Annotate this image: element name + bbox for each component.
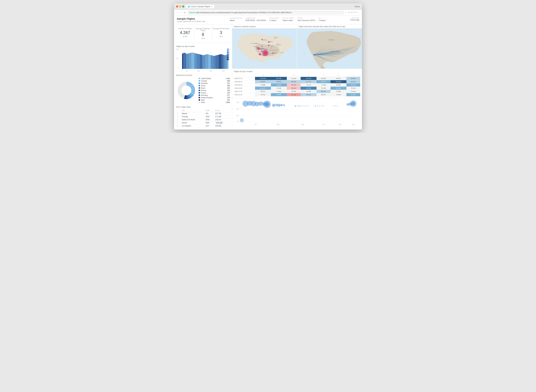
bubble-jul-5: [259, 102, 263, 106]
bubble-aug-3: [278, 104, 281, 107]
dashboard: Sample Flights Sample dashboard for US f…: [174, 16, 362, 130]
cell-sep-5: 75.881: [331, 83, 347, 87]
airport-innsbruck: [263, 55, 264, 56]
maximize-button[interactable]: [182, 5, 184, 8]
heatmap-row-dec: 2016-12-01 70.761 91.666 61.708 85.241 6…: [234, 93, 360, 96]
airport-brussels: [254, 46, 255, 47]
minimize-button[interactable]: [179, 5, 181, 8]
svg-rect-23: [213, 56, 215, 69]
cell-oct-7: 70.794: [317, 87, 330, 90]
x-label-sep: Sep: [301, 124, 304, 125]
forward-button[interactable]: ›: [180, 11, 182, 14]
heatmap-section: Flights by day of week 4 2 6 3 7 5: [232, 69, 362, 98]
svg-rect-7: [192, 52, 193, 69]
code-4: DEN: [205, 121, 214, 124]
maps-row: Airports in selected countries Germany P…: [232, 24, 362, 69]
map-europe-svg: Germany Poland Austria Czech Republic Th…: [232, 28, 297, 69]
berlin-label: Berlin: [270, 41, 273, 42]
close-button[interactable]: [176, 5, 178, 8]
secure-badge: Secure: [189, 12, 195, 14]
vienna-label: Vienna: [274, 52, 278, 54]
heatmap-title: Flights by day of week: [234, 70, 360, 72]
cell-nov-6: 75.943: [287, 90, 301, 93]
cell-sep-1: 93.760: [347, 83, 360, 87]
bookmark-icon[interactable]: ☆: [345, 11, 347, 14]
map-airports: Airports in selected countries Germany P…: [232, 24, 297, 69]
cell-aug-6: 86.155: [287, 80, 301, 83]
legend-item-us: United States 1,46k: [199, 77, 230, 80]
x-label-oct: Oct: [323, 124, 325, 125]
filter-timerange[interactable]: TIMERANGE 01/07/2016 - 31/12/2016: [245, 17, 266, 21]
bar-chart-y-axis: 200 100 0: [176, 48, 179, 69]
count-5: 104,05k: [214, 124, 230, 127]
filter-aggregation[interactable]: AGGREGATION Week: [230, 17, 242, 21]
info-icon[interactable]: ℹ: [351, 11, 352, 14]
cell-jul-4: 105.035: [255, 77, 271, 80]
kpi-row: Number of Flights 4.267 ▲163 Average Dep…: [176, 26, 230, 43]
svg-rect-14: [201, 55, 202, 69]
cell-jul-2: 103.251: [271, 77, 287, 80]
svg-rect-16: [204, 55, 205, 69]
browser-app-name: Cluvio: [355, 5, 360, 8]
bubble-oct-2: [317, 105, 318, 106]
back-button[interactable]: ‹: [176, 11, 178, 14]
bubble-nov-2: [335, 105, 336, 106]
cell-dec-5: 74.306: [331, 93, 347, 96]
svg-rect-5: [189, 53, 190, 69]
kpi-flights-label: Number of Flights: [177, 28, 193, 30]
svg-rect-21: [211, 55, 212, 69]
bubble-aug-1: [272, 103, 275, 107]
tab-title: Cluvio | Sample Flights: [191, 5, 210, 8]
browser-tab[interactable]: 🌐 Cluvio | Sample Flights ✕: [186, 5, 214, 8]
bubble-sep-7: [308, 106, 309, 107]
bar-chart-x-axis: Jul Sep Nov 2017: [176, 70, 230, 72]
filter-dayofweek-label: DAY OF WEEK: [283, 17, 294, 19]
y-label-200: 200: [176, 48, 179, 50]
filter-countries[interactable]: COUNTRIES 2 values: [269, 17, 279, 21]
menu-icon[interactable]: ⋮: [358, 11, 360, 14]
svg-rect-0: [182, 53, 183, 69]
cell-nov-2: 72.443: [271, 90, 287, 93]
svg-rect-12: [199, 54, 200, 69]
svg-rect-28: [220, 54, 222, 69]
cell-aug-7: 93.970: [317, 80, 330, 83]
filter-countries-label: COUNTRIES: [269, 17, 279, 19]
gdansk-label: Gdańsk: [274, 37, 278, 38]
filter-from[interactable]: FROM San Francisco (SFO): [298, 17, 315, 21]
heatmap-date-oct: 2016-10-01: [234, 87, 255, 90]
reload-button[interactable]: ↻: [183, 11, 186, 14]
url-bar[interactable]: Secure https://dashboards.cluvio.com/das…: [188, 11, 344, 14]
cell-aug-4: 82.625: [255, 80, 271, 83]
svg-rect-18: [207, 54, 208, 69]
cell-aug-5: 103.520: [331, 80, 347, 83]
css-icon[interactable]: CSS: [353, 11, 357, 14]
legend-item-india: India 101: [199, 99, 230, 101]
cell-oct-1: 75.131: [347, 87, 360, 90]
browser-window: 🌐 Cluvio | Sample Flights ✕ Cluvio ‹ › ↻…: [174, 3, 362, 130]
url-text: https://dashboards.cluvio.com/dashboards…: [196, 12, 292, 14]
heatmap-date-dec: 2016-12-01: [234, 93, 255, 96]
bubble-y-150: 150: [236, 108, 239, 110]
bubble-oct-3: [319, 106, 320, 107]
svg-rect-24: [215, 56, 216, 69]
pacific-label: ic: [304, 53, 305, 54]
toolbar-icons: ☆ 🛡 ℹ CSS ⋮: [345, 11, 360, 14]
shield-icon: 🛡: [348, 11, 351, 14]
filter-to[interactable]: TO 2 values: [319, 17, 326, 21]
filter-to-value: 2 values: [319, 19, 326, 21]
count-4: 121,10k: [215, 121, 223, 124]
czech-label: Czech Republic: [269, 50, 277, 51]
heatmap-row-oct: 2016-10-01 94.123 72.195 58.256 91.783 7…: [234, 87, 360, 90]
cell-dec-6: 61.708: [287, 93, 301, 96]
cell-oct-3: 91.783: [301, 87, 317, 90]
svg-rect-13: [200, 55, 201, 69]
donut-legend: United States 1,46k Canada 368 Australia…: [199, 77, 230, 103]
filter-dayofweek[interactable]: DAY OF WEEK Select value: [283, 17, 294, 21]
bubble-sep-2: [297, 105, 299, 107]
kpi-departure-label: Average Departure Delay: [195, 28, 211, 32]
col-rank: [176, 109, 181, 112]
bubble-aug-5: [283, 104, 285, 106]
tab-close-icon[interactable]: ✕: [211, 6, 212, 8]
heatmap-row-jul: 2016-07-01 105.035 103.251 72.219 103.31…: [234, 77, 360, 80]
airport-cologne: [256, 47, 258, 49]
